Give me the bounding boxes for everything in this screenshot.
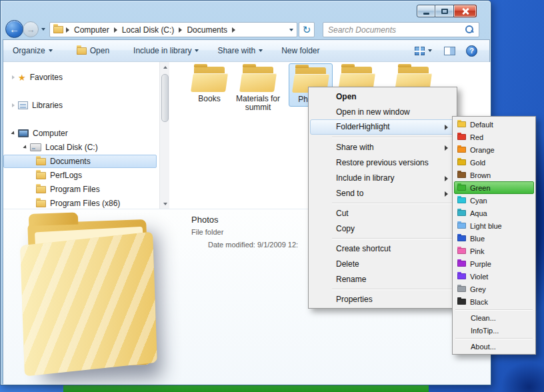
file-item-books[interactable]: Books bbox=[188, 65, 231, 103]
dropdown-caret-icon bbox=[259, 49, 263, 52]
submenu-item-label: Default bbox=[470, 121, 493, 129]
breadcrumb-chevron-icon[interactable] bbox=[66, 27, 69, 33]
new-folder-button[interactable]: New folder bbox=[274, 43, 327, 59]
submenu-arrow-icon bbox=[445, 125, 448, 130]
back-icon: ← bbox=[9, 23, 19, 35]
submenu-item-cyan[interactable]: Cyan bbox=[454, 194, 534, 207]
sidebar-item-label: Documents bbox=[50, 157, 91, 166]
breadcrumb-chevron-icon[interactable] bbox=[114, 27, 117, 33]
sidebar-gap bbox=[3, 113, 159, 127]
submenu-item-blue[interactable]: Blue bbox=[454, 232, 534, 245]
open-folder-icon bbox=[77, 47, 87, 55]
sidebar-item-perflogs[interactable]: PerfLogs bbox=[3, 169, 157, 182]
sidebar-item-program-files[interactable]: Program Files bbox=[3, 183, 157, 196]
search-input[interactable] bbox=[323, 25, 465, 35]
menu-item-open-in-new-window[interactable]: Open in new window bbox=[310, 104, 455, 119]
submenu-item-default[interactable]: Default bbox=[454, 118, 534, 131]
sidebar-gap bbox=[3, 85, 159, 99]
open-button[interactable]: Open bbox=[69, 43, 117, 59]
breadcrumb-segment-computer[interactable]: Computer bbox=[72, 25, 111, 35]
submenu-item-clean[interactable]: Clean... bbox=[454, 311, 534, 324]
submenu-item-infotip[interactable]: InfoTip... bbox=[454, 324, 534, 337]
menu-item-delete[interactable]: Delete bbox=[310, 256, 455, 271]
sidebar-item-favorites[interactable]: ★ Favorites bbox=[3, 71, 157, 84]
color-folder-icon bbox=[457, 273, 466, 279]
sidebar-item-documents[interactable]: Documents bbox=[3, 155, 157, 168]
submenu-item-green[interactable]: Green bbox=[454, 181, 534, 194]
scrollbar-thumb[interactable] bbox=[161, 74, 169, 122]
expander-icon[interactable] bbox=[12, 103, 15, 107]
context-menu: Open Open in new window FolderHighlight … bbox=[308, 87, 457, 309]
address-dropdown-caret[interactable] bbox=[289, 29, 293, 31]
share-with-button[interactable]: Share with bbox=[210, 43, 270, 59]
disk-icon bbox=[30, 143, 41, 151]
submenu-item-label: Blue bbox=[470, 235, 485, 243]
minimize-button[interactable] bbox=[417, 5, 435, 17]
sidebar-item-computer[interactable]: Computer bbox=[3, 127, 157, 140]
submenu-item-label: Purple bbox=[470, 260, 491, 268]
forward-icon: → bbox=[27, 25, 35, 35]
menu-item-restore-previous-versions[interactable]: Restore previous versions bbox=[310, 155, 455, 170]
sidebar-scrollbar[interactable] bbox=[159, 62, 169, 209]
folder-icon bbox=[53, 26, 63, 33]
submenu-arrow-icon bbox=[445, 176, 448, 181]
menu-item-rename[interactable]: Rename bbox=[310, 271, 455, 287]
scroll-down-button[interactable] bbox=[160, 199, 170, 209]
breadcrumb-chevron-icon[interactable] bbox=[232, 27, 235, 33]
submenu-item-grey[interactable]: Grey bbox=[454, 283, 534, 295]
menu-separator bbox=[332, 137, 455, 137]
submenu-item-purple[interactable]: Purple bbox=[454, 257, 534, 270]
back-button[interactable]: ← bbox=[5, 20, 23, 38]
menu-item-properties[interactable]: Properties bbox=[310, 291, 455, 307]
submenu-item-brown[interactable]: Brown bbox=[454, 169, 534, 181]
sidebar-item-libraries[interactable]: Libraries bbox=[3, 99, 157, 112]
refresh-button[interactable]: ↻ bbox=[299, 22, 315, 37]
menu-item-create-shortcut[interactable]: Create shortcut bbox=[310, 241, 455, 256]
submenu-item-orange[interactable]: Orange bbox=[454, 143, 534, 156]
breadcrumb-chevron-icon[interactable] bbox=[179, 27, 182, 33]
sidebar-item-label: Program Files (x86) bbox=[50, 199, 120, 208]
scroll-up-button[interactable] bbox=[160, 62, 170, 72]
forward-button[interactable]: → bbox=[23, 21, 39, 37]
wallpaper-grass-strip bbox=[63, 385, 429, 392]
expander-icon[interactable] bbox=[23, 145, 27, 149]
include-in-library-label: Include in library bbox=[133, 46, 191, 55]
menu-item-folderhighlight[interactable]: FolderHighlight bbox=[310, 119, 455, 135]
file-item-materials-for-summit[interactable]: Materials for summit bbox=[232, 65, 284, 112]
breadcrumb-segment-local-disk[interactable]: Local Disk (C:) bbox=[120, 25, 177, 35]
help-button[interactable]: ? bbox=[465, 43, 479, 59]
submenu-item-violet[interactable]: Violet bbox=[454, 270, 534, 283]
menu-item-share-with[interactable]: Share with bbox=[310, 139, 455, 155]
submenu-item-aqua[interactable]: Aqua bbox=[454, 207, 534, 219]
sidebar-item-local-disk[interactable]: Local Disk (C:) bbox=[3, 141, 157, 154]
submenu-item-pink[interactable]: Pink bbox=[454, 245, 534, 257]
organize-label: Organize bbox=[13, 46, 45, 55]
color-folder-icon bbox=[457, 159, 466, 165]
menu-item-send-to[interactable]: Send to bbox=[310, 185, 455, 201]
new-folder-label: New folder bbox=[281, 46, 319, 55]
expander-icon[interactable] bbox=[12, 75, 15, 79]
change-view-button[interactable] bbox=[412, 43, 435, 59]
breadcrumb-segment-documents[interactable]: Documents bbox=[185, 25, 229, 35]
submenu-item-red[interactable]: Red bbox=[454, 131, 534, 143]
sidebar-item-program-files-x86[interactable]: Program Files (x86) bbox=[3, 197, 157, 209]
include-in-library-button[interactable]: Include in library bbox=[126, 43, 206, 59]
minimize-icon bbox=[423, 13, 429, 15]
close-button[interactable] bbox=[454, 5, 477, 17]
menu-item-open[interactable]: Open bbox=[310, 89, 455, 104]
menu-item-copy[interactable]: Copy bbox=[310, 221, 455, 236]
details-date-modified: Date modified: 9/1/2009 12: bbox=[208, 241, 298, 249]
preview-pane-button[interactable] bbox=[441, 43, 458, 59]
menu-item-cut[interactable]: Cut bbox=[310, 205, 455, 221]
submenu-item-gold[interactable]: Gold bbox=[454, 156, 534, 169]
menu-item-label: Send to bbox=[336, 189, 363, 198]
submenu-item-light-blue[interactable]: Light blue bbox=[454, 219, 534, 232]
expander-icon[interactable] bbox=[11, 131, 15, 135]
submenu-item-black[interactable]: Black bbox=[454, 295, 534, 308]
organize-button[interactable]: Organize bbox=[5, 43, 60, 59]
address-bar[interactable]: Computer Local Disk (C:) Documents bbox=[49, 22, 297, 37]
menu-item-include-in-library[interactable]: Include in library bbox=[310, 170, 455, 185]
recent-pages-dropdown[interactable] bbox=[41, 28, 45, 31]
submenu-item-about[interactable]: About... bbox=[454, 340, 534, 353]
maximize-button[interactable] bbox=[435, 5, 454, 17]
